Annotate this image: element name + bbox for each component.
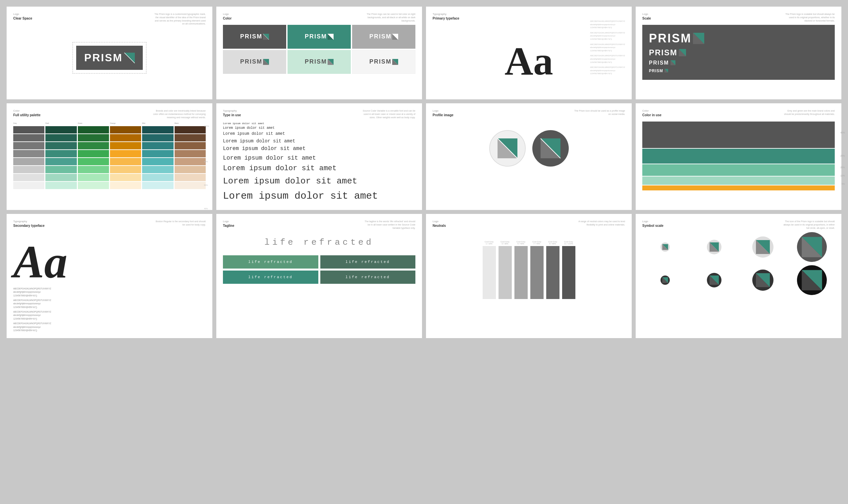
panel-typography-primary: Typography Primary typeface ABCDEFGHIJKL… (426, 7, 632, 100)
color-cell-light: PRISM (223, 50, 286, 74)
palette-col-mint: Mint (142, 122, 173, 189)
sym-circle-8 (797, 265, 827, 295)
symbol-item-4 (789, 232, 835, 262)
pct-label-20: 20% (841, 166, 845, 168)
symbol-item-8 (789, 265, 835, 295)
tagline-box-3: life refracted (223, 271, 318, 284)
swatch (142, 150, 173, 157)
neutral-bar-3 (514, 246, 528, 299)
color-cell-grey: PRISM (352, 25, 416, 49)
swatch (175, 142, 206, 149)
swatch (175, 182, 206, 189)
swatch (78, 174, 109, 181)
type-sample-6: Lorem ipsum dolor sit amet (223, 153, 416, 163)
swatch (110, 182, 141, 189)
swatch (46, 150, 76, 157)
logo-text-mint: PRISM (305, 58, 327, 65)
panel-desc: The tagline is the words 'life refracted… (363, 220, 416, 230)
sym-circle-6 (707, 273, 722, 287)
sym-icon-7 (755, 272, 771, 288)
symbol-item-7 (740, 270, 786, 291)
swatch (13, 174, 45, 181)
swatch (78, 166, 109, 173)
neutral-col-4: Cool Grey7 / 70% (530, 241, 544, 299)
swatch (175, 134, 206, 141)
neutral-col-1: Cool Grey1 / 10% (483, 241, 496, 299)
panel-desc: The Prism logo is a customized typograph… (153, 13, 206, 25)
neutral-col-5: Cool Grey9 / 90% (546, 241, 560, 299)
scale-logo-icon-md (679, 49, 686, 56)
neutral-bar-2 (498, 246, 512, 299)
profile-icon-dark (537, 135, 564, 162)
panel-logo-neutrals: Logo Neutrals A range of neutral colors … (426, 214, 632, 338)
swatch (175, 126, 206, 133)
scale-logo-text-sm: PRISM (649, 60, 669, 66)
swatch (13, 134, 45, 141)
tagline-area: life refracted life refracted life refra… (223, 237, 416, 284)
neutral-bar-6 (562, 246, 576, 299)
tagline-boxes: life refracted life refracted life refra… (223, 255, 416, 284)
panel-logo-color: Logo Color The Prism logo can be used in… (216, 7, 422, 100)
sym-circle-4 (797, 232, 827, 262)
swatch (142, 134, 173, 141)
swatch (78, 126, 109, 133)
swatch (142, 174, 173, 181)
alpha-cols: ABCDEFGHIJKLMNOPQRSTUVWXYZ abcdefghijklm… (13, 287, 206, 332)
bar-orange (642, 185, 835, 191)
sym-icon-6 (709, 275, 720, 285)
logo-text-teal: PRISM (305, 33, 327, 40)
color-cell-white: PRISM (352, 50, 416, 74)
swatch (13, 158, 45, 165)
swatch (175, 174, 206, 181)
logo-text-white: PRISM (369, 58, 391, 65)
logo-text-dark: PRISM (240, 33, 262, 40)
swatch (110, 126, 141, 133)
sym-circle-7 (752, 270, 774, 291)
panel-desc: The Prism logo can be used in full color… (363, 13, 416, 22)
swatch (13, 126, 45, 133)
palette-col-teal: Dark (46, 122, 76, 189)
swatch (46, 126, 76, 133)
swatch (110, 150, 141, 157)
sym-icon-3 (755, 239, 771, 255)
scale-logo-icon-xs (665, 69, 668, 73)
panel-desc: Source Code Variable is a versatile font… (363, 109, 416, 119)
typography-display: Aa (505, 41, 553, 81)
scale-logo-text-xs: PRISM (649, 69, 663, 73)
panel-desc: The Prism icon should be used as a profi… (572, 109, 625, 116)
symbol-grid (642, 232, 835, 295)
pct-label-5: 5% (842, 183, 845, 185)
neutral-label-6: Cool Grey11 / 110% (564, 241, 573, 245)
neutral-col-3: Cool Grey5 / 50% (514, 241, 528, 299)
sym-circle-3 (752, 236, 774, 258)
swatch (110, 158, 141, 165)
secondary-aa: Aa (13, 239, 67, 285)
neutral-col-6: Cool Grey11 / 110% (562, 241, 576, 299)
neutral-bar-5 (546, 246, 560, 299)
bar-grey (642, 122, 835, 148)
type-sample-3: Lorem ipsum dolor sit amet (223, 131, 416, 137)
profile-icon-light (494, 135, 521, 162)
scale-row-medium: PRISM (649, 48, 686, 57)
panel-typography-in-use: Typography Type in use Source Code Varia… (216, 103, 422, 210)
panel-label: Typography (432, 13, 625, 16)
swatch (175, 166, 206, 173)
panel-logo-scale: Logo Scale The Prism logo is scalable bu… (636, 7, 841, 100)
scale-logo-text-md: PRISM (649, 48, 677, 57)
profile-circle-light (489, 130, 526, 166)
swatch (46, 142, 76, 149)
swatch (46, 174, 76, 181)
panel-desc: Grey and green are the main brand colors… (782, 109, 835, 116)
swatch (175, 150, 206, 157)
swatch (110, 174, 141, 181)
panel-logo-clearspace: Logo Clear Space The Prism logo is a cus… (7, 7, 212, 100)
symbol-item-1 (642, 242, 688, 252)
profile-circle-dark (532, 130, 569, 166)
neutral-bar-4 (530, 246, 544, 299)
panel-color-palette: Color Full utility palette Brands and co… (7, 103, 212, 210)
scale-logo-icon-lg (693, 33, 704, 44)
panel-desc: A range of neutral colors may be used to… (572, 220, 625, 227)
sym-icon-8 (800, 269, 824, 292)
swatch (142, 126, 173, 133)
symbol-item-6 (691, 273, 737, 287)
